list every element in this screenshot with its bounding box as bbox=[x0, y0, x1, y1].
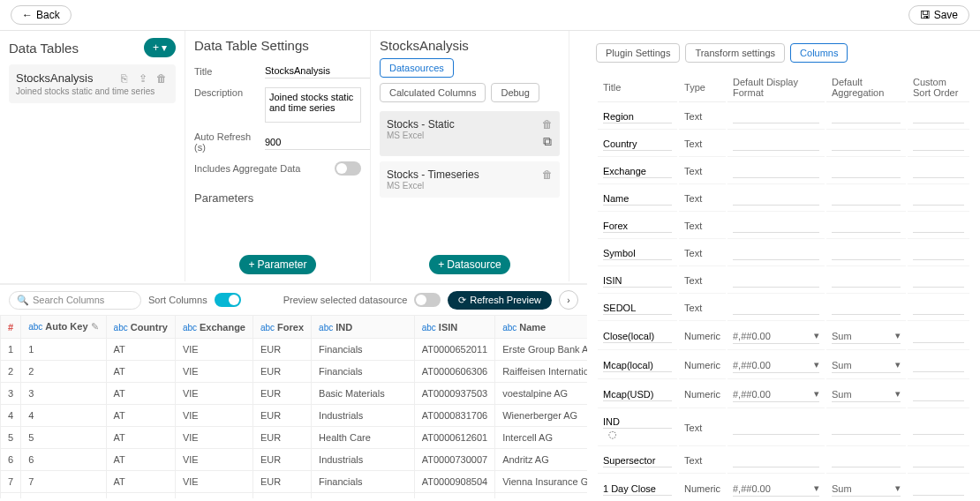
columns-grid: Title Type Default Display Format Defaul… bbox=[596, 71, 971, 498]
add-table-button[interactable]: + ▾ bbox=[144, 38, 176, 57]
upload-icon[interactable]: ⇪ bbox=[139, 72, 151, 85]
arrow-left-icon: ← bbox=[22, 9, 33, 21]
col-title-input[interactable] bbox=[603, 330, 672, 343]
spinner-icon: ◌ bbox=[608, 429, 617, 440]
tab-plugin-settings[interactable]: Plugin Settings bbox=[596, 43, 680, 63]
edit-icon[interactable]: ✎ bbox=[91, 321, 99, 332]
format-select[interactable]: #,##0.00▾ bbox=[733, 386, 819, 402]
tab-transform-settings[interactable]: Transform settings bbox=[685, 43, 785, 63]
format-select[interactable]: #,##0.00▾ bbox=[733, 481, 819, 497]
format-select[interactable] bbox=[733, 421, 819, 435]
preview-col-header[interactable]: abcName bbox=[495, 316, 587, 339]
trash-icon[interactable]: 🗑 bbox=[542, 168, 553, 181]
tab-debug[interactable]: Debug bbox=[491, 83, 539, 102]
format-select[interactable] bbox=[733, 453, 819, 467]
trash-icon[interactable]: 🗑 bbox=[156, 72, 169, 85]
format-select[interactable]: #,##0.00▾ bbox=[733, 328, 819, 344]
preview-col-header[interactable]: abcExchange bbox=[175, 316, 253, 339]
preview-col-header[interactable]: abcCountry bbox=[106, 316, 175, 339]
format-select[interactable] bbox=[733, 219, 819, 233]
format-select[interactable] bbox=[733, 164, 819, 178]
col-title-input[interactable] bbox=[603, 110, 672, 123]
format-select[interactable] bbox=[733, 109, 819, 123]
sort-order-input[interactable] bbox=[913, 482, 964, 496]
preview-col-header[interactable]: abcISIN bbox=[414, 316, 494, 339]
agg-select[interactable]: Sum▾ bbox=[832, 386, 901, 402]
refresh-input[interactable] bbox=[265, 135, 371, 150]
sort-order-input[interactable] bbox=[913, 137, 964, 151]
format-select[interactable] bbox=[733, 137, 819, 151]
sort-order-input[interactable] bbox=[913, 301, 964, 315]
datasource-item[interactable]: Stocks - StaticMS Excel🗑⧉ bbox=[380, 111, 560, 156]
format-select[interactable]: #,##0.00▾ bbox=[733, 357, 819, 373]
datasource-item[interactable]: Stocks - TimeseriesMS Excel🗑 bbox=[380, 161, 560, 198]
sort-order-input[interactable] bbox=[913, 219, 964, 233]
sort-order-input[interactable] bbox=[913, 246, 964, 260]
trash-icon[interactable]: 🗑 bbox=[542, 118, 553, 131]
add-datasource-button[interactable]: + Datasource bbox=[429, 255, 509, 274]
next-button[interactable]: › bbox=[559, 290, 578, 310]
col-title-input[interactable] bbox=[603, 302, 672, 315]
sort-order-input[interactable] bbox=[913, 191, 964, 206]
sort-order-input[interactable] bbox=[913, 358, 964, 372]
agg-select[interactable] bbox=[832, 109, 901, 123]
save-button[interactable]: 🖫 Save bbox=[908, 5, 969, 25]
col-title-input[interactable] bbox=[603, 274, 672, 288]
col-type-label: Numeric bbox=[679, 381, 726, 408]
col-title-input[interactable] bbox=[603, 482, 672, 496]
save-label: Save bbox=[934, 9, 958, 21]
sort-order-input[interactable] bbox=[913, 421, 964, 435]
title-input[interactable] bbox=[265, 64, 371, 79]
col-title-input[interactable] bbox=[603, 220, 672, 233]
agg-select[interactable] bbox=[832, 421, 901, 435]
refresh-preview-button[interactable]: ⟳ Refresh Preview bbox=[448, 291, 552, 310]
back-button[interactable]: ← Back bbox=[11, 5, 72, 25]
sort-order-input[interactable] bbox=[913, 453, 964, 467]
preview-col-header[interactable]: abcAuto Key ✎ bbox=[21, 316, 106, 339]
agg-select[interactable] bbox=[832, 164, 901, 178]
format-select[interactable] bbox=[733, 246, 819, 260]
preview-selected-toggle[interactable] bbox=[414, 293, 441, 307]
preview-row: 88ATVIEEUROil & GasAT0000743059OMV AG bbox=[1, 493, 588, 499]
agg-select[interactable]: Sum▾ bbox=[832, 328, 901, 344]
agg-select[interactable]: Sum▾ bbox=[832, 357, 901, 373]
desc-input[interactable] bbox=[265, 87, 361, 123]
sort-order-input[interactable] bbox=[913, 164, 964, 178]
search-columns-input[interactable]: 🔍 Search Columns bbox=[9, 291, 141, 310]
format-select[interactable] bbox=[733, 191, 819, 206]
col-title-input[interactable] bbox=[603, 454, 672, 467]
col-title-input[interactable] bbox=[603, 359, 672, 372]
col-title-input[interactable] bbox=[603, 165, 672, 178]
preview-col-header[interactable]: abcIND bbox=[312, 316, 415, 339]
tab-columns[interactable]: Columns bbox=[790, 43, 848, 63]
sort-columns-toggle[interactable] bbox=[215, 293, 241, 307]
agg-select[interactable] bbox=[832, 301, 901, 315]
sort-order-input[interactable] bbox=[913, 387, 964, 401]
col-title-input[interactable] bbox=[603, 388, 672, 401]
agg-select[interactable] bbox=[832, 137, 901, 151]
copy-icon[interactable]: ⎘ bbox=[121, 72, 133, 85]
preview-col-header[interactable]: # bbox=[1, 316, 21, 339]
agg-select[interactable] bbox=[832, 219, 901, 233]
tab-datasources[interactable]: Datasources bbox=[380, 58, 454, 78]
col-title-input[interactable] bbox=[603, 247, 672, 260]
preview-col-header[interactable]: abcForex bbox=[253, 316, 311, 339]
data-table-card[interactable]: StocksAnalysis ⎘ ⇪ 🗑 Joined stocks stati… bbox=[9, 64, 176, 103]
agg-select[interactable] bbox=[832, 273, 901, 288]
format-select[interactable] bbox=[733, 301, 819, 315]
aggregate-toggle[interactable] bbox=[335, 161, 361, 176]
tab-calculated-columns[interactable]: Calculated Columns bbox=[380, 83, 486, 102]
add-parameter-button[interactable]: + Parameter bbox=[239, 255, 315, 274]
col-title-input[interactable] bbox=[603, 192, 672, 206]
col-title-input[interactable] bbox=[603, 138, 672, 151]
format-select[interactable] bbox=[733, 273, 819, 288]
sort-order-input[interactable] bbox=[913, 329, 964, 343]
copy-icon[interactable]: ⧉ bbox=[543, 134, 552, 149]
agg-select[interactable] bbox=[832, 453, 901, 467]
agg-select[interactable] bbox=[832, 191, 901, 206]
col-title-input[interactable] bbox=[603, 415, 672, 429]
agg-select[interactable] bbox=[832, 246, 901, 260]
sort-order-input[interactable] bbox=[913, 109, 964, 123]
sort-order-input[interactable] bbox=[913, 273, 964, 288]
agg-select[interactable]: Sum▾ bbox=[832, 481, 901, 497]
